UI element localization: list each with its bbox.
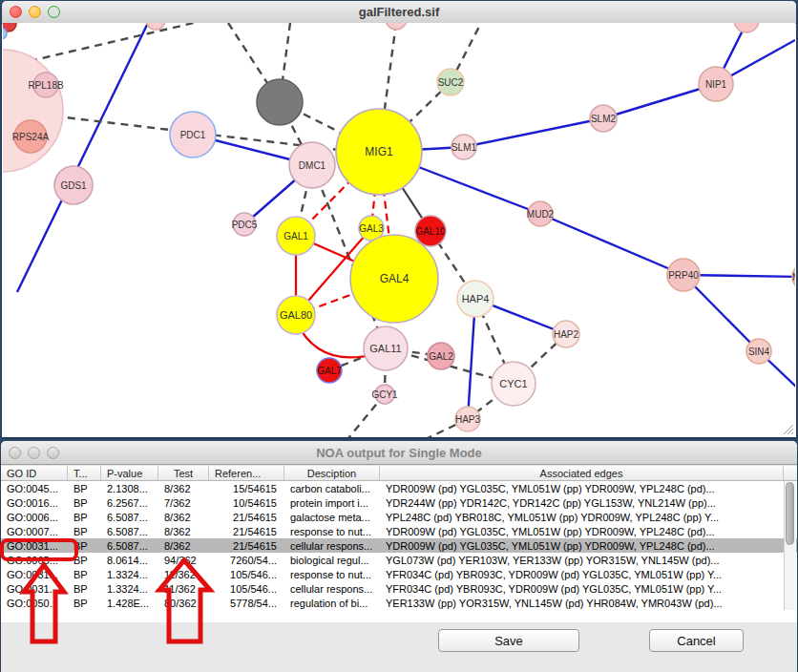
table-cell: YDR009W (pd) YGL035C, YML051W (pp) YDR00… bbox=[380, 526, 784, 537]
node-label: CYC1 bbox=[499, 378, 527, 389]
cancel-button[interactable]: Cancel bbox=[649, 629, 744, 652]
table-cell: GO:0045... bbox=[1, 483, 68, 494]
node-MIG1[interactable]: MIG1 bbox=[336, 109, 422, 195]
column-header-desciption[interactable]: Desciption bbox=[284, 466, 380, 480]
close-button[interactable] bbox=[10, 6, 22, 18]
table-cell: 15/54615 bbox=[209, 483, 284, 494]
table-cell: 11/362 bbox=[158, 569, 209, 580]
node-CYC1[interactable]: CYC1 bbox=[492, 362, 536, 406]
node-MUD2[interactable]: MUD2 bbox=[527, 201, 555, 226]
node-HAP2[interactable]: HAP2 bbox=[553, 321, 579, 347]
table-cell: YDR009W (pd) YGL035C, YML051W (pp) YDR00… bbox=[380, 540, 784, 552]
noa-output-window: NOA output for Single Mode GO IDT...P-va… bbox=[1, 441, 797, 672]
table-cell: BP bbox=[68, 598, 101, 609]
close-button[interactable] bbox=[9, 447, 21, 459]
network-edge bbox=[30, 23, 194, 61]
table-cell: 21/54615 bbox=[209, 540, 284, 552]
column-header-test[interactable]: Test bbox=[158, 466, 209, 480]
table-cell: 105/546... bbox=[209, 569, 284, 580]
table-row[interactable]: GO:0006...BP6.5087...8/36221/54615galact… bbox=[1, 510, 797, 524]
node-label: HAP2 bbox=[554, 329, 579, 340]
table-cell: GO:0050... bbox=[1, 598, 68, 609]
table-cell: 21/54615 bbox=[209, 512, 284, 523]
table-cell: 8/362 bbox=[158, 483, 209, 494]
node-GAL2[interactable]: GAL2 bbox=[428, 343, 454, 369]
node-SLM1[interactable]: SLM1 bbox=[452, 135, 477, 159]
table-row[interactable]: GO:0045...BP2.1308...8/36215/54615carbon… bbox=[1, 481, 797, 495]
table-cell: 1.3324... bbox=[101, 583, 158, 595]
node-GAL4[interactable]: GAL4 bbox=[350, 235, 438, 323]
table-cell: GO:0065... bbox=[1, 555, 68, 566]
table-cell: 6.5087... bbox=[101, 526, 158, 537]
minimize-button[interactable] bbox=[29, 6, 41, 18]
table-cell: cellular respons... bbox=[284, 540, 380, 552]
node-label: GAL10 bbox=[415, 226, 446, 237]
resize-grip[interactable] bbox=[782, 423, 794, 435]
node-GAL11[interactable]: GAL11 bbox=[364, 326, 408, 370]
node-label: SUC2 bbox=[438, 77, 464, 88]
table-cell: YER133W (pp) YOR315W, YNL145W (pd) YHR08… bbox=[380, 598, 784, 609]
table-row[interactable]: GO:0065...BP8.0614...94/3627260/54...bio… bbox=[1, 553, 797, 567]
table-cell: GO:0031... bbox=[1, 583, 68, 595]
node-HAP3[interactable]: HAP3 bbox=[455, 407, 481, 431]
table-row[interactable]: GO:0031...BP1.3324...11/362105/546...cel… bbox=[1, 581, 797, 596]
node-big-pink[interactable] bbox=[3, 50, 63, 172]
node-SUC2[interactable]: SUC2 bbox=[437, 69, 464, 95]
table-row[interactable]: GO:0031...BP1.3324...11/362105/546...res… bbox=[1, 567, 797, 581]
node-label: HAP4 bbox=[462, 293, 490, 304]
table-cell: BP bbox=[68, 526, 101, 537]
column-header-p-value[interactable]: P-value bbox=[101, 466, 158, 480]
column-header-go-id[interactable]: GO ID bbox=[1, 466, 68, 480]
table-cell: 94/362 bbox=[158, 555, 209, 566]
noa-window-titlebar[interactable]: NOA output for Single Mode bbox=[1, 441, 797, 465]
table-row[interactable]: GO:0007...BP6.5087...8/36221/54615respon… bbox=[1, 524, 797, 538]
node-SIN4[interactable]: SIN4 bbox=[746, 339, 771, 364]
node-gray-node[interactable] bbox=[257, 79, 303, 125]
column-header-t-[interactable]: T... bbox=[68, 466, 101, 480]
node-label: RPL18B bbox=[28, 80, 64, 91]
node-label: MIG1 bbox=[365, 145, 393, 158]
save-button[interactable]: Save bbox=[438, 629, 579, 652]
table-row[interactable]: GO:0016...BP6.2567...7/36210/54615protei… bbox=[1, 495, 797, 510]
node-GCY1[interactable]: GCY1 bbox=[371, 385, 398, 404]
table-cell: YGL073W (pd) YER103W, YER133W (pp) YOR31… bbox=[380, 555, 784, 566]
node-NIP1[interactable]: NIP1 bbox=[699, 67, 733, 101]
network-window-titlebar[interactable]: galFiltered.sif bbox=[2, 1, 796, 24]
network-canvas[interactable]: RPL18BRPS24APDC1GDS1DMC1MIG1SLM1SUC2SLM2… bbox=[3, 23, 795, 437]
table-cell: 10/54615 bbox=[209, 497, 284, 509]
column-header-referen-[interactable]: Referen... bbox=[209, 466, 284, 480]
table-cell: BP bbox=[68, 569, 101, 580]
node-GDS1[interactable]: GDS1 bbox=[54, 166, 93, 204]
table-row[interactable]: GO:0050...BP1.428E...80/3625778/54...reg… bbox=[1, 596, 797, 610]
node-MSN5[interactable]: MSN5 bbox=[792, 263, 795, 290]
node-top-cut-1[interactable] bbox=[146, 23, 165, 30]
vertical-scrollbar[interactable] bbox=[784, 481, 796, 610]
node-GAL7[interactable]: GAL7 bbox=[317, 358, 342, 383]
node-GAL80[interactable]: GAL80 bbox=[277, 296, 315, 334]
node-PRP40[interactable]: PRP40 bbox=[667, 259, 700, 291]
node-label: MSN5 bbox=[792, 272, 795, 283]
node-DMC1[interactable]: DMC1 bbox=[289, 142, 335, 188]
table-cell: GO:0007... bbox=[1, 526, 68, 537]
table-cell: YPL248C (pd) YBR018C, YML051W (pp) YDR00… bbox=[380, 512, 784, 523]
table-cell: 6.2567... bbox=[101, 497, 158, 509]
node-GAL1[interactable]: GAL1 bbox=[277, 217, 315, 255]
table-row[interactable]: GO:0031...BP6.5087...8/36221/54615cellul… bbox=[1, 538, 797, 553]
scrollbar-thumb[interactable] bbox=[786, 482, 794, 545]
node-PDC1[interactable]: PDC1 bbox=[170, 112, 216, 158]
column-header-associated-edges[interactable]: Associated edges bbox=[380, 466, 784, 480]
node-top-cut-2[interactable] bbox=[386, 23, 407, 30]
table-cell: BP bbox=[68, 512, 101, 523]
node-GAL10[interactable]: GAL10 bbox=[415, 216, 446, 246]
node-HAP4[interactable]: HAP4 bbox=[457, 281, 494, 317]
table-cell: GO:0031... bbox=[1, 569, 68, 580]
table-cell: 8/362 bbox=[158, 526, 209, 537]
node-label: GAL80 bbox=[280, 309, 312, 321]
node-top-cut-3[interactable] bbox=[734, 23, 759, 32]
table-cell: BP bbox=[68, 583, 101, 595]
zoom-button[interactable] bbox=[48, 6, 60, 18]
zoom-button[interactable] bbox=[47, 447, 59, 459]
table-cell: cellular respons... bbox=[284, 583, 380, 595]
minimize-button[interactable] bbox=[28, 447, 40, 459]
node-SLM2[interactable]: SLM2 bbox=[590, 105, 617, 132]
